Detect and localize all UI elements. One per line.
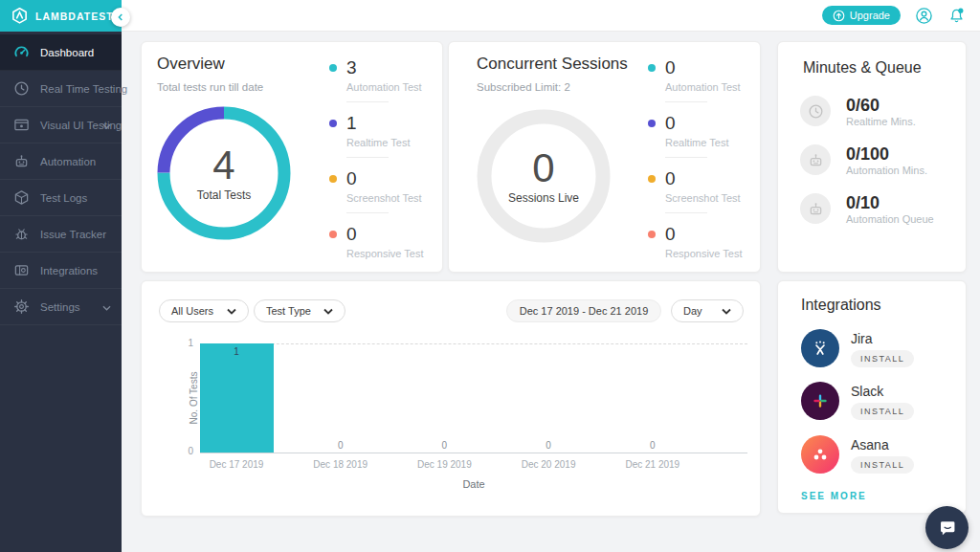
- x-tick-label: Dec 21 2019: [601, 459, 704, 470]
- upgrade-button[interactable]: Upgrade: [822, 6, 901, 25]
- bar-value-label: 1: [227, 346, 246, 357]
- integration-row-jira: Jira INSTALL: [801, 329, 954, 367]
- legend-dot: [648, 120, 656, 127]
- legend-label: Responsive Test: [665, 248, 763, 259]
- legend-dot: [648, 175, 656, 183]
- chevron-down-icon: [227, 308, 236, 315]
- logo-bar: LAMBDATEST: [0, 0, 122, 32]
- sidebar-item-label: Test Logs: [40, 192, 87, 204]
- legend-item-responsive: 0 Responsive Test: [648, 225, 763, 259]
- integration-name: Asana: [851, 437, 889, 453]
- chevron-left-icon: [117, 13, 124, 21]
- integrations-title: Integrations: [801, 297, 881, 314]
- sidebar-item-integrations[interactable]: Integrations: [0, 253, 122, 289]
- donut-center: 4 Total Tests: [155, 104, 293, 242]
- x-axis-line: [200, 453, 747, 453]
- bar-value-label: 0: [434, 440, 454, 451]
- test-type-dropdown-value: Test Type: [266, 305, 311, 317]
- legend-item-automation: 0 Automation Test: [648, 58, 763, 93]
- see-more-link[interactable]: SEE MORE: [801, 491, 867, 501]
- sidebar-item-automation[interactable]: Automation: [0, 144, 122, 180]
- legend-dot: [329, 120, 337, 127]
- overview-subtitle: Total tests run till date: [157, 81, 263, 93]
- bug-icon: [13, 226, 30, 242]
- granularity-dropdown-value: Day: [683, 305, 702, 317]
- install-asana-button[interactable]: INSTALL: [851, 456, 914, 474]
- sidebar-item-label: Settings: [40, 301, 80, 313]
- donut-center: 0 Sessions Live: [475, 107, 612, 245]
- granularity-dropdown[interactable]: Day: [671, 299, 744, 322]
- logo-text: LAMBDATEST: [35, 11, 114, 22]
- realtime-mins-value: 0/60: [846, 96, 880, 116]
- sidebar-item-dashboard[interactable]: Dashboard: [0, 34, 122, 71]
- legend-divider: [665, 212, 707, 213]
- slack-logo-icon: [801, 382, 839, 420]
- bar-value-label: 0: [331, 440, 350, 451]
- bar-value-label: 0: [539, 440, 558, 451]
- y-tick-max: 1: [178, 338, 193, 348]
- legend-value: 0: [346, 225, 444, 244]
- integration-name: Jira: [851, 331, 873, 346]
- robot-icon: [800, 144, 831, 175]
- sidebar-item-issue-tracker[interactable]: Issue Tracker: [0, 216, 122, 253]
- automation-mins-value: 0/100: [846, 144, 889, 165]
- y-axis-line: [200, 343, 201, 453]
- x-tick-label: Dec 19 2019: [392, 459, 496, 470]
- sidebar-item-real-time-testing[interactable]: Real Time Testing: [0, 71, 122, 107]
- gear-icon: [13, 298, 30, 315]
- all-users-dropdown[interactable]: All Users: [159, 299, 249, 322]
- automation-queue-label: Automation Queue: [846, 213, 934, 225]
- install-slack-button[interactable]: INSTALL: [851, 403, 914, 420]
- jira-logo-icon: [801, 329, 839, 367]
- legend-item-automation: 3 Automation Test: [329, 58, 444, 93]
- sidebar-item-settings[interactable]: Settings: [0, 289, 122, 325]
- integration-row-slack: Slack INSTALL: [801, 382, 954, 420]
- sidebar-collapse-button[interactable]: [111, 8, 130, 27]
- user-avatar-icon[interactable]: [915, 7, 933, 25]
- legend-divider: [346, 212, 389, 213]
- robot-icon: [800, 193, 831, 224]
- dashboard-icon: [13, 44, 30, 60]
- bar-Dec 17 2019: [200, 343, 274, 453]
- legend-dot: [329, 231, 337, 238]
- legend-label: Screenshot Test: [665, 192, 763, 204]
- sessions-live-label: Sessions Live: [508, 191, 579, 205]
- sidebar: LAMBDATEST Dashboard Real Time Testing V…: [0, 0, 122, 552]
- concurrent-sessions-card: Concurrent Sessions Subscribed Limit: 2 …: [448, 41, 761, 273]
- realtime-mins-label: Realtime Mins.: [846, 116, 916, 127]
- total-tests-label: Total Tests: [197, 188, 251, 202]
- chat-bubble-icon: [937, 518, 958, 539]
- legend-divider: [346, 101, 389, 102]
- y-tick-min: 0: [178, 446, 193, 456]
- asana-logo-icon: [801, 435, 839, 474]
- legend-item-realtime: 0 Realtime Test: [648, 114, 763, 148]
- automation-queue-row: 0/10 Automation Queue: [800, 193, 953, 224]
- legend-value: 0: [665, 225, 763, 244]
- clock-icon: [13, 80, 30, 97]
- all-users-dropdown-value: All Users: [171, 305, 213, 317]
- sidebar-item-visual-ui-testing[interactable]: Visual UI Testing: [0, 107, 122, 144]
- automation-mins-label: Automation Mins.: [846, 165, 927, 176]
- legend-value: 0: [665, 169, 763, 188]
- date-range-picker[interactable]: Dec 17 2019 - Dec 21 2019: [506, 299, 661, 322]
- legend-value: 0: [346, 169, 444, 188]
- chat-widget-button[interactable]: [925, 506, 969, 549]
- gridline-y1: [200, 343, 747, 344]
- legend-divider: [665, 157, 707, 158]
- legend-item-realtime: 1 Realtime Test: [329, 114, 444, 148]
- notifications-bell-icon[interactable]: [947, 7, 966, 25]
- legend-label: Automation Test: [665, 81, 763, 93]
- legend-value: 0: [665, 58, 763, 77]
- install-jira-button[interactable]: INSTALL: [851, 350, 914, 367]
- tests-over-time-card: All Users Test Type Dec 17 2019 - Dec 21…: [141, 280, 761, 517]
- legend-value: 1: [346, 114, 444, 133]
- legend-label: Screenshot Test: [346, 192, 444, 204]
- overview-card: Overview Total tests run till date 4 Tot…: [141, 41, 443, 273]
- legend-label: Realtime Test: [346, 137, 444, 148]
- legend-item-screenshot: 0 Screenshot Test: [329, 169, 444, 204]
- chevron-down-icon: [323, 308, 333, 315]
- test-type-dropdown[interactable]: Test Type: [254, 299, 345, 322]
- legend-label: Automation Test: [346, 81, 444, 93]
- legend-dot: [329, 175, 337, 183]
- sidebar-item-test-logs[interactable]: Test Logs: [0, 180, 122, 216]
